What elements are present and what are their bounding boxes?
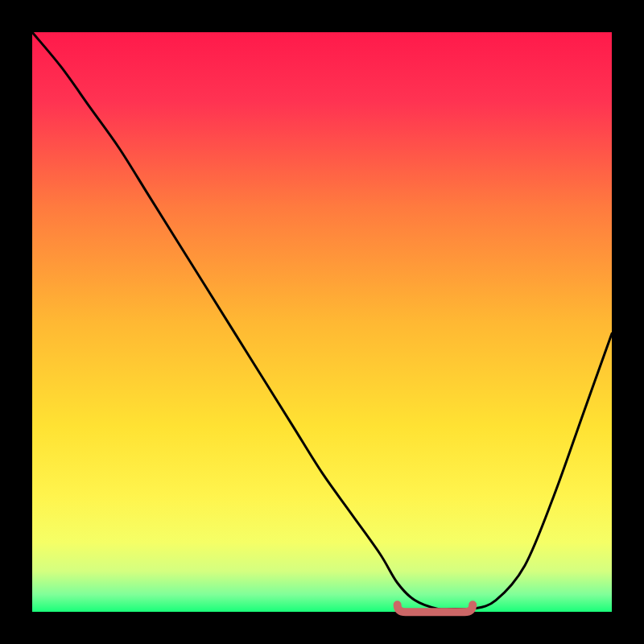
gradient-panel [32, 32, 612, 612]
chart-stage: TheBottleneck.com [0, 0, 644, 644]
chart-svg [0, 0, 644, 644]
